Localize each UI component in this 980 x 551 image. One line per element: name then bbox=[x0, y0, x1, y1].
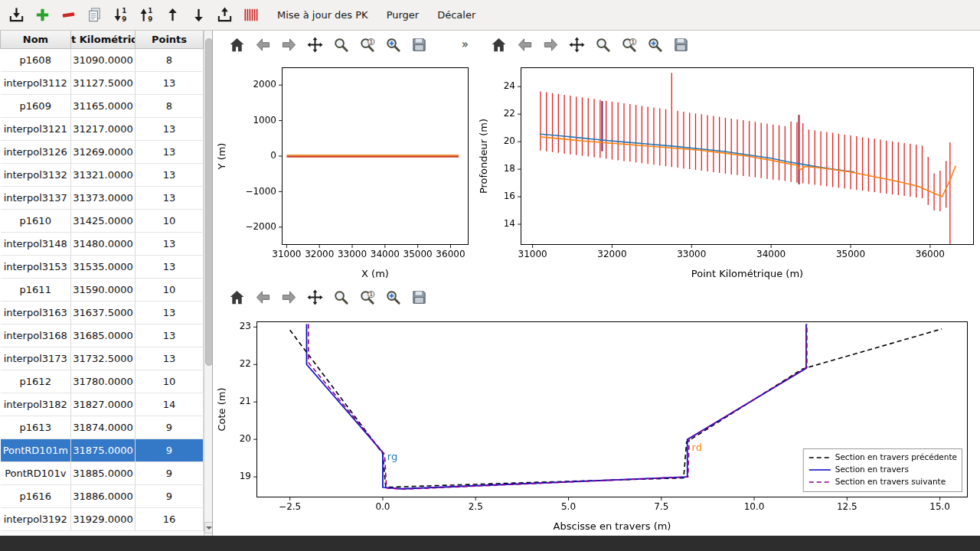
main-toolbar: 1919 Mise à jour des PK Purger Décaler bbox=[0, 0, 980, 31]
table-cell: 9 bbox=[136, 484, 204, 507]
table-row[interactable]: interpol315331535.000013 bbox=[1, 255, 204, 278]
zoom-plus-icon bbox=[646, 36, 664, 54]
column-header-points[interactable]: Points bbox=[136, 31, 204, 48]
table-row[interactable]: interpol318231827.000014 bbox=[1, 393, 204, 416]
home-button[interactable] bbox=[227, 34, 247, 55]
table-cell: interpol3173 bbox=[1, 347, 71, 370]
table-cell: 9 bbox=[136, 439, 204, 461]
table-row[interactable]: PontRD101v31885.00009 bbox=[1, 461, 204, 484]
import-icon bbox=[8, 6, 25, 24]
pan-icon bbox=[568, 36, 586, 54]
table-row[interactable]: interpol313731373.000013 bbox=[1, 186, 204, 209]
pan-button[interactable] bbox=[305, 34, 325, 55]
add-button[interactable] bbox=[31, 3, 54, 27]
sections-table-body: p160831090.00008interpol311231127.500013… bbox=[1, 48, 204, 530]
sections-table-panel: Nom t Kilométrique Points p160831090.000… bbox=[0, 31, 213, 536]
save-button[interactable] bbox=[671, 34, 691, 55]
pan-button[interactable] bbox=[567, 34, 587, 55]
red-stripes-icon bbox=[242, 6, 260, 24]
export-button[interactable] bbox=[213, 3, 237, 27]
zoom-one-button[interactable]: 1 bbox=[619, 34, 639, 55]
zoom-one-button[interactable]: 1 bbox=[357, 287, 377, 308]
forward-button[interactable] bbox=[279, 287, 299, 308]
table-row[interactable]: interpol316831685.000013 bbox=[1, 324, 204, 347]
plots-panel: 1 » 1 1 bbox=[213, 31, 980, 536]
back-button[interactable] bbox=[253, 34, 273, 55]
scrollbar-thumb[interactable] bbox=[205, 38, 213, 366]
back-button[interactable] bbox=[514, 34, 535, 55]
table-row[interactable]: interpol316331637.500013 bbox=[1, 301, 204, 324]
table-row[interactable]: interpol319231929.000016 bbox=[1, 507, 204, 530]
table-row[interactable]: PontRD101m31875.00009 bbox=[1, 439, 204, 461]
zoom-plus-button[interactable] bbox=[645, 34, 665, 55]
cross-section-toolbar: 1 bbox=[213, 283, 980, 311]
table-cell: 31127.5000 bbox=[71, 71, 136, 94]
zoom-button[interactable] bbox=[593, 34, 613, 55]
cross-section-container: 1 bbox=[213, 283, 980, 536]
table-row[interactable]: interpol312631269.000013 bbox=[1, 140, 204, 163]
column-header-pk[interactable]: t Kilométrique bbox=[71, 31, 136, 48]
table-cell: interpol3153 bbox=[1, 255, 71, 278]
table-cell: 13 bbox=[136, 324, 204, 347]
scrollbar-down-button[interactable] bbox=[204, 522, 213, 533]
home-button[interactable] bbox=[227, 287, 247, 308]
add-icon bbox=[34, 6, 51, 24]
plan-view-plot[interactable] bbox=[213, 58, 475, 283]
table-cell: 13 bbox=[136, 347, 204, 370]
table-cell: 13 bbox=[136, 117, 204, 140]
plan-view-container: 1 » bbox=[213, 31, 475, 283]
table-cell: interpol3148 bbox=[1, 232, 71, 255]
red-stripes-button[interactable] bbox=[239, 3, 263, 27]
forward-button[interactable] bbox=[279, 34, 299, 55]
table-scrollbar[interactable] bbox=[204, 31, 213, 536]
remove-button[interactable] bbox=[57, 3, 80, 27]
zoom-button[interactable] bbox=[331, 287, 351, 308]
table-cell: 13 bbox=[136, 301, 204, 324]
table-cell: 31321.0000 bbox=[71, 163, 136, 186]
home-button[interactable] bbox=[488, 34, 509, 55]
table-row[interactable]: interpol311231127.500013 bbox=[1, 71, 204, 94]
zoom-plus-button[interactable] bbox=[383, 34, 403, 55]
column-header-nom[interactable]: Nom bbox=[1, 31, 71, 48]
table-cell: 13 bbox=[136, 232, 204, 255]
table-cell: 31780.0000 bbox=[71, 370, 136, 393]
back-button[interactable] bbox=[253, 287, 273, 308]
move-down-icon bbox=[190, 6, 207, 24]
zoom-plus-button[interactable] bbox=[383, 287, 403, 308]
save-button[interactable] bbox=[409, 34, 430, 55]
table-row[interactable]: p161631886.00009 bbox=[1, 484, 204, 507]
table-cell: 31217.0000 bbox=[71, 117, 136, 140]
cross-section-plot[interactable] bbox=[213, 311, 980, 536]
sections-table: Nom t Kilométrique Points p160831090.000… bbox=[0, 31, 204, 531]
pan-button[interactable] bbox=[305, 287, 325, 308]
table-row[interactable]: interpol312131217.000013 bbox=[1, 117, 204, 140]
save-button[interactable] bbox=[409, 287, 430, 308]
table-cell: 8 bbox=[136, 94, 204, 117]
copy-button[interactable] bbox=[83, 3, 106, 27]
table-row[interactable]: p161131590.000010 bbox=[1, 278, 204, 301]
move-down-button[interactable] bbox=[187, 3, 211, 27]
zoom-one-button[interactable]: 1 bbox=[357, 34, 377, 55]
table-row[interactable]: p160931165.00008 bbox=[1, 94, 204, 117]
sort-numeric-up-button[interactable]: 19 bbox=[135, 3, 158, 27]
table-row[interactable]: p161231780.000010 bbox=[1, 370, 204, 393]
toolbar-overflow-button[interactable]: » bbox=[462, 37, 469, 51]
sort-numeric-down-button[interactable]: 19 bbox=[109, 3, 132, 27]
back-icon bbox=[516, 36, 534, 54]
table-row[interactable]: interpol314831480.000013 bbox=[1, 232, 204, 255]
longitudinal-profile-plot[interactable] bbox=[475, 58, 980, 283]
update-pk-button[interactable]: Mise à jour des PK bbox=[270, 5, 375, 24]
main-toolbar-menus: Mise à jour des PK Purger Décaler bbox=[270, 5, 482, 24]
table-row[interactable]: p161331874.00009 bbox=[1, 416, 204, 439]
move-up-button[interactable] bbox=[161, 3, 185, 27]
table-row[interactable]: interpol313231321.000013 bbox=[1, 163, 204, 186]
shift-button[interactable]: Décaler bbox=[430, 5, 482, 24]
table-row[interactable]: p161031425.000010 bbox=[1, 209, 204, 232]
longitudinal-profile-toolbar: 1 bbox=[475, 31, 980, 58]
forward-button[interactable] bbox=[541, 34, 561, 55]
import-button[interactable] bbox=[5, 3, 28, 27]
purge-button[interactable]: Purger bbox=[380, 5, 426, 24]
table-row[interactable]: interpol317331732.500013 bbox=[1, 347, 204, 370]
table-row[interactable]: p160831090.00008 bbox=[1, 48, 204, 71]
zoom-button[interactable] bbox=[331, 34, 351, 55]
